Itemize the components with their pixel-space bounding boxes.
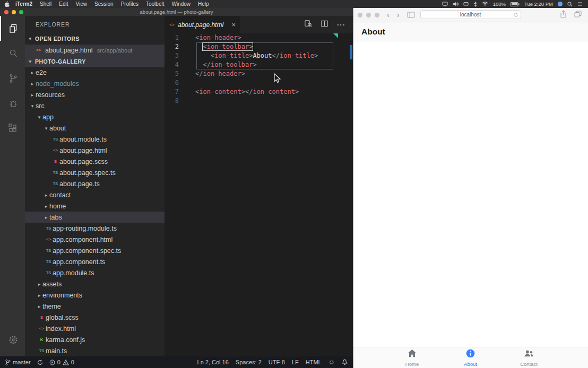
tab-about-page-html[interactable]: <> about.page.html ×	[165, 16, 240, 33]
menu-edit[interactable]: Edit	[55, 1, 72, 7]
menu-view[interactable]: View	[72, 1, 91, 7]
tree-item-app[interactable]: ▾app	[25, 111, 165, 122]
status-language[interactable]: HTML	[306, 359, 322, 365]
feedback-smiley-icon[interactable]: ☺	[328, 358, 335, 366]
problems-indicator[interactable]: 0 0	[49, 359, 74, 365]
sync-button[interactable]	[37, 360, 43, 365]
tree-item-node_modules[interactable]: ▸node_modules	[25, 78, 165, 89]
tree-item-global.scss[interactable]: Sglobal.scss	[25, 312, 165, 323]
status-encoding[interactable]: UTF-8	[269, 359, 285, 365]
tree-item-resources[interactable]: ▸resources	[25, 89, 165, 100]
volume-icon[interactable]	[453, 2, 459, 6]
code-line-4[interactable]: </ion-toolbar>	[195, 60, 353, 69]
tree-item-main.ts[interactable]: TSmain.ts	[25, 345, 165, 356]
tree-item-home[interactable]: ▸home	[25, 200, 165, 212]
status-indentation[interactable]: Spaces: 2	[236, 359, 262, 365]
tree-item-app-routing.module.ts[interactable]: TSapp-routing.module.ts	[25, 223, 165, 234]
tree-item-app.component.html[interactable]: <>app.component.html	[25, 234, 165, 245]
tree-item-environments[interactable]: ▸environments	[25, 290, 165, 301]
tab-about[interactable]: About	[442, 347, 500, 368]
zoom-window-button[interactable]	[375, 13, 379, 17]
forward-icon[interactable]: ›	[397, 11, 400, 19]
open-preview-icon[interactable]	[304, 20, 312, 30]
menu-shell[interactable]: Shell	[36, 1, 55, 7]
notification-center-icon[interactable]	[577, 2, 583, 6]
project-root-folder[interactable]: ▾ PHOTO-GALLERY	[25, 56, 165, 67]
tree-item-src[interactable]: ▾src	[25, 100, 165, 111]
ionic-tabbar: HomeAboutContact	[353, 347, 588, 368]
tree-item-app.component.spec.ts[interactable]: TSapp.component.spec.ts	[25, 245, 165, 256]
open-editor-item[interactable]: <> about.page.html src/app/about	[25, 45, 165, 56]
zoom-window-button[interactable]	[19, 10, 23, 14]
back-icon[interactable]: ‹	[387, 11, 390, 19]
battery-icon[interactable]	[511, 2, 520, 6]
tree-item-karma.conf.js[interactable]: Kkarma.conf.js	[25, 334, 165, 345]
reload-icon[interactable]	[513, 12, 518, 17]
tree-item-app.module.ts[interactable]: TSapp.module.ts	[25, 267, 165, 278]
status-line-col[interactable]: Ln 2, Col 16	[197, 359, 229, 365]
git-branch-indicator[interactable]: master	[5, 359, 31, 366]
tree-item-tabs[interactable]: ▸tabs	[25, 212, 165, 223]
debug-icon[interactable]	[0, 91, 25, 116]
tab-contact[interactable]: Contact	[500, 347, 558, 368]
tree-item-about.page.ts[interactable]: TSabout.page.ts	[25, 178, 165, 189]
tree-item-about.module.ts[interactable]: TSabout.module.ts	[25, 134, 165, 145]
more-actions-icon[interactable]: ···	[337, 21, 345, 28]
vscode-titlebar[interactable]: about.page.html — photo-gallery	[0, 8, 353, 16]
address-bar[interactable]: localhost	[420, 10, 521, 19]
tree-item-index.html[interactable]: <>index.html	[25, 323, 165, 334]
menu-iterm2[interactable]: iTerm2	[12, 1, 36, 7]
files-icon[interactable]	[0, 16, 25, 41]
spotlight-icon[interactable]	[567, 2, 573, 7]
gear-icon[interactable]	[0, 327, 25, 352]
macos-menubar: iTerm2ShellEditViewSessionProfilesToolbe…	[0, 0, 588, 8]
tree-item-app.component.ts[interactable]: TSapp.component.ts	[25, 256, 165, 267]
siri-icon[interactable]	[558, 2, 563, 6]
search-icon[interactable]	[0, 41, 25, 66]
minimize-window-button[interactable]	[366, 13, 371, 17]
extensions-icon[interactable]	[0, 116, 25, 141]
sidebar-icon[interactable]	[407, 12, 415, 18]
home-icon	[407, 348, 417, 361]
code-editor[interactable]: 12345678 <ion-header> <ion-toolbar> <ion…	[165, 33, 353, 356]
code-line-7[interactable]: <ion-content></ion-content>	[195, 87, 353, 97]
code-line-3[interactable]: <ion-title>About</ion-title>	[195, 51, 353, 60]
tree-item-e2e[interactable]: ▸e2e	[25, 67, 165, 78]
status-eol[interactable]: LF	[292, 359, 299, 365]
bluetooth-icon[interactable]	[473, 2, 477, 7]
tree-item-about[interactable]: ▾about	[25, 122, 165, 134]
tree-item-about.page.html[interactable]: <>about.page.html	[25, 145, 165, 156]
code-line-2[interactable]: <ion-toolbar>	[195, 42, 353, 51]
share-icon[interactable]	[560, 10, 567, 20]
close-tab-icon[interactable]: ×	[231, 21, 236, 28]
menu-toolbelt[interactable]: Toolbelt	[142, 1, 168, 7]
menu-session[interactable]: Session	[91, 1, 117, 7]
tree-item-contact[interactable]: ▸contact	[25, 189, 165, 200]
code-line-5[interactable]: </ion-header>	[195, 69, 353, 78]
menu-help[interactable]: Help	[194, 1, 213, 7]
source-control-icon[interactable]	[0, 66, 25, 91]
wifi-icon[interactable]	[482, 2, 488, 6]
close-window-button[interactable]	[358, 13, 362, 17]
close-window-button[interactable]	[4, 10, 8, 14]
battery-percentage[interactable]: 100%	[493, 1, 506, 7]
open-editors-section[interactable]: ▾ OPEN EDITORS	[25, 33, 165, 45]
tabs-overview-icon[interactable]	[574, 10, 582, 20]
tree-item-about.page.scss[interactable]: Sabout.page.scss	[25, 156, 165, 167]
tab-home[interactable]: Home	[383, 347, 442, 368]
code-line-6[interactable]	[195, 78, 353, 87]
menu-profiles[interactable]: Profiles	[117, 1, 142, 7]
menu-window[interactable]: Window	[168, 1, 194, 7]
code-line-1[interactable]: <ion-header>	[195, 33, 353, 42]
apple-menu-icon[interactable]	[4, 1, 10, 7]
menubar-clock[interactable]: Tue 2:28 PM	[524, 1, 553, 7]
split-editor-icon[interactable]	[321, 20, 328, 30]
code-line-8[interactable]	[195, 97, 353, 106]
tree-item-assets[interactable]: ▸assets	[25, 278, 165, 290]
screen-icon[interactable]	[442, 2, 448, 6]
display-icon[interactable]	[463, 2, 469, 6]
tree-item-about.page.spec.ts[interactable]: TSabout.page.spec.ts	[25, 167, 165, 178]
tree-item-theme[interactable]: ▸theme	[25, 301, 165, 312]
minimize-window-button[interactable]	[12, 10, 16, 14]
notifications-bell-icon[interactable]	[342, 359, 348, 365]
